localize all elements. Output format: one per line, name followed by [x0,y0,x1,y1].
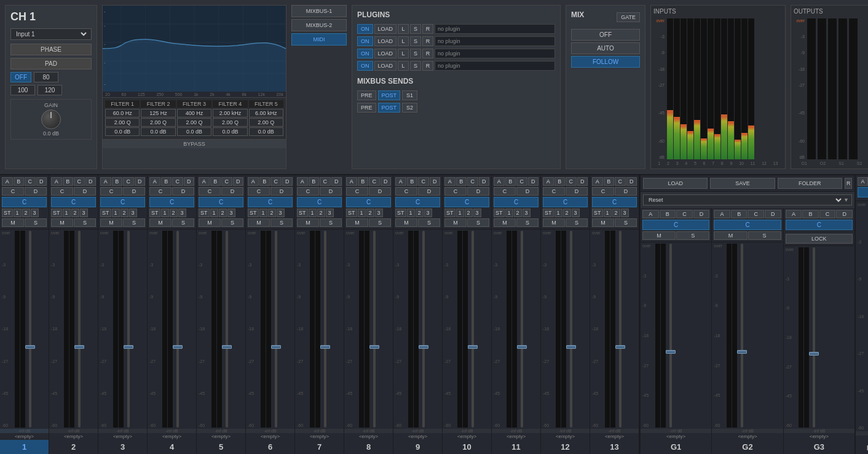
g3-number[interactable]: G3 [784,440,854,454]
mixbus-send-1-pre[interactable]: PRE [357,90,376,100]
ch4-2[interactable]: 2 [170,209,178,217]
ch2-fader-handle[interactable] [74,345,84,349]
ch2-m[interactable]: M [51,218,73,227]
g3-a[interactable]: A [786,210,802,218]
ch10-m[interactable]: M [444,218,467,227]
ch10-d2[interactable]: D [467,187,489,196]
ch11-b[interactable]: B [505,177,516,186]
ch8-c-btn[interactable]: C [369,177,380,186]
g1-c-btn[interactable]: C [676,210,693,218]
ch2-c-btn[interactable]: C [74,177,85,186]
ch10-c-active[interactable]: C [444,197,489,207]
plugin-4-r[interactable]: R [422,61,433,71]
ch9-c2[interactable]: C [395,187,417,196]
ch9-fader-handle[interactable] [419,345,428,349]
ch11-fader-handle[interactable] [517,345,527,349]
ch4-st[interactable]: ST [149,209,160,217]
ch9-number[interactable]: 9 [393,440,442,454]
eq-display[interactable]: - - - - - [103,6,286,92]
mixbus1-button[interactable]: MIXBUS-1 [291,5,347,17]
ch1-s[interactable]: S [25,218,47,227]
ch10-a[interactable]: A [444,177,456,186]
mixbus-send-2-s2[interactable]: S2 [402,103,417,113]
ch7-2[interactable]: 2 [317,209,325,217]
ch5-number[interactable]: 5 [197,440,245,454]
ch1-st[interactable]: ST [2,209,13,217]
ch5-2[interactable]: 2 [219,209,227,217]
plugin-3-l[interactable]: L [398,49,409,58]
ch1-fader-handle[interactable] [25,345,35,349]
ch13-2[interactable]: 2 [612,209,620,217]
ch1-a[interactable]: A [2,177,13,186]
ch12-fader[interactable] [567,231,575,428]
ch3-1[interactable]: 1 [112,209,120,217]
ch8-d2[interactable]: D [369,187,391,196]
ch4-number[interactable]: 4 [148,440,196,454]
ch13-s[interactable]: S [615,218,637,227]
ch5-c2[interactable]: C [199,187,221,196]
mix-follow-button[interactable]: FOLLOW [571,56,640,68]
ch12-m[interactable]: M [543,218,565,227]
ch8-fader[interactable] [370,231,379,428]
ch8-3[interactable]: 3 [375,209,383,217]
ch1-number[interactable]: 1 [0,440,49,454]
plugin-3-s[interactable]: S [410,49,421,58]
plugin-4-s[interactable]: S [410,61,421,71]
ch13-d2[interactable]: D [615,187,637,196]
g2-b[interactable]: B [731,210,748,218]
ch11-fader[interactable] [518,231,526,428]
ch8-2[interactable]: 2 [366,209,374,217]
ch8-s[interactable]: S [369,218,391,227]
ch3-m[interactable]: M [100,218,122,227]
ch9-b[interactable]: B [407,177,418,186]
ch5-fader-handle[interactable] [222,345,232,349]
ch10-2[interactable]: 2 [465,209,473,217]
ch3-2[interactable]: 2 [120,209,128,217]
ch7-s[interactable]: S [320,218,342,227]
ch11-number[interactable]: 11 [492,440,540,454]
hpf-off-button[interactable]: OFF [10,72,31,82]
ch11-c-btn[interactable]: C [516,177,527,186]
ch6-fader-handle[interactable] [271,345,281,349]
ch2-b[interactable]: B [63,177,74,186]
ch5-d2[interactable]: D [221,187,243,196]
ch3-b[interactable]: B [112,177,123,186]
ch9-fader[interactable] [419,231,428,428]
ch10-b[interactable]: B [456,177,467,186]
ch9-d[interactable]: D [430,177,441,186]
ch6-m[interactable]: M [248,218,270,227]
ch4-c-active[interactable]: C [149,197,194,207]
ch13-b[interactable]: B [604,177,615,186]
ch3-fader-handle[interactable] [124,345,133,349]
ch10-fader[interactable] [468,231,477,428]
ch4-1[interactable]: 1 [161,209,169,217]
groups-r-button[interactable]: R [845,178,852,189]
gate-button[interactable]: GATE [617,12,640,22]
midi-button[interactable]: MIDI [291,33,347,46]
ch11-st[interactable]: ST [494,209,505,217]
ch2-3[interactable]: 3 [80,209,88,217]
ch5-m[interactable]: M [199,218,221,227]
ch2-a[interactable]: A [51,177,62,186]
ch11-1[interactable]: 1 [505,209,513,217]
ch7-d2[interactable]: D [320,187,342,196]
g3-fader[interactable] [810,247,818,428]
ch1-m[interactable]: M [2,218,24,227]
g1-fader[interactable] [666,244,675,428]
ch2-c2[interactable]: C [51,187,73,196]
ch9-3[interactable]: 3 [424,209,432,217]
ch7-c2[interactable]: C [297,187,319,196]
mixbus-send-2-post[interactable]: POST [378,103,401,113]
ch4-d[interactable]: D [184,177,195,186]
g2-s[interactable]: S [748,231,781,240]
plugin-4-load[interactable]: LOAD [374,61,397,71]
ch2-d[interactable]: D [85,177,97,186]
ch8-m[interactable]: M [346,218,368,227]
ch8-a[interactable]: A [346,177,357,186]
pad-button[interactable]: PAD [10,58,92,70]
ch8-1[interactable]: 1 [358,209,366,217]
ch4-a[interactable]: A [149,177,160,186]
ch6-fader[interactable] [272,231,280,428]
ch4-s[interactable]: S [172,218,194,227]
ch11-d2[interactable]: D [516,187,539,196]
